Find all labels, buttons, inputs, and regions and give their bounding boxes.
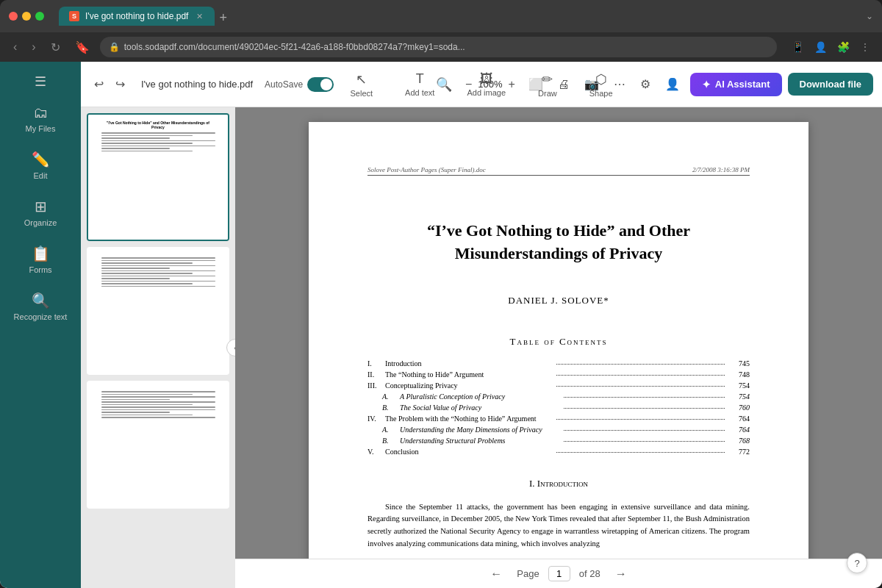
thumb-line [101,146,215,147]
shape-tool[interactable]: ⬡ Shape [582,67,620,102]
thumbnail-page-3[interactable] [87,381,229,509]
cast-button[interactable]: 📱 [789,38,807,56]
back-button[interactable]: ‹ [9,37,21,57]
tab-close-button[interactable]: ✕ [194,11,204,21]
hamburger-menu-button[interactable]: ☰ [35,74,46,90]
toc-page-num: 754 [728,392,750,401]
thumb-line [101,406,215,408]
autosave-toggle-switch[interactable] [307,77,334,92]
undo-button[interactable]: ↩ [90,74,108,94]
thumb-title-text: "I've Got Nothing to Hide" and Other Mis… [101,121,215,129]
thumb-line [101,132,215,134]
toc-dots [564,408,725,409]
sidebar-item-forms[interactable]: 📋 Forms [0,236,81,283]
tabs-chevron-icon: ⌄ [866,11,873,21]
sidebar-item-organize[interactable]: ⊞ Organize [0,189,81,236]
toc-page-num: 754 [728,381,750,390]
close-traffic-light[interactable] [9,12,18,21]
toc-entry: B. The Social Value of Privacy 760 [368,404,750,412]
profile-button[interactable]: 👤 [811,38,830,56]
toc-num: B. [382,404,400,412]
thumbnail-preview-2 [88,248,228,373]
profile-account-button[interactable]: 👤 [661,73,684,96]
toc-entry-text: A Pluralistic Conception of Privacy [400,392,561,401]
settings-button[interactable]: ⚙ [636,73,655,96]
thumbnail-panel: "I've Got Nothing to Hide" and Other Mis… [81,107,235,588]
browser-action-buttons: 📱 👤 🧩 ⋮ [789,38,873,56]
thumb-line [101,265,215,267]
thumb-line [101,148,170,149]
maximize-traffic-light[interactable] [35,12,44,21]
redo-button[interactable]: ↪ [111,74,129,94]
thumbnail-page-2[interactable] [87,247,229,375]
toc-entry-text: The “Nothing to Hide” Argument [385,370,553,379]
thumb-line [101,257,215,259]
toc-entry-text: Introduction [385,359,553,368]
select-tool-label: Select [350,89,373,98]
bookmark-button[interactable]: 🔖 [71,37,94,57]
draw-label: Draw [538,89,557,98]
thumb-line [101,404,193,406]
sidebar-item-label-my-files: My Files [26,124,56,133]
pdf-viewer[interactable]: Solove Post-Author Pages (Super Final).d… [235,107,882,559]
history-buttons: ↩ ↪ [90,74,129,94]
toc-dots [564,430,725,431]
toolbar-tools: ↖ Select T Add text 🖼 Add image ✏ Draw [343,67,620,102]
ai-btn-label: AI Assistant [715,79,770,90]
toc-page-num: 760 [728,404,750,412]
toc-num: V. [368,448,385,456]
ai-assistant-button[interactable]: ✦ AI Assistant [690,73,782,96]
toc-num: B. [382,437,400,445]
thumbnail-page-1[interactable]: "I've Got Nothing to Hide" and Other Mis… [87,113,229,241]
minimize-traffic-light[interactable] [22,12,31,21]
sidebar-item-recognize-text[interactable]: 🔍 Recognize text [0,283,81,330]
add-image-icon: 🖼 [480,71,493,87]
thumb-line [101,412,170,413]
thumb-line [101,278,170,279]
sidebar-item-label-organize: Organize [24,218,57,227]
draw-tool[interactable]: ✏ Draw [531,67,564,102]
sidebar-item-edit[interactable]: ✏️ Edit [0,142,81,189]
new-tab-button[interactable]: + [215,10,232,26]
select-tool[interactable]: ↖ Select [343,67,380,102]
autosave-toggle[interactable]: AutoSave [265,77,334,92]
app-container: ☰ 🗂 My Files ✏️ Edit ⊞ Organize 📋 Forms … [0,62,882,588]
sidebar-top: ☰ [29,68,52,96]
toc-num: A. [382,392,400,401]
page-label: Page [517,568,539,579]
page-number-input[interactable]: 1 [548,566,570,581]
active-tab[interactable]: S I've got nothing to hide.pdf ✕ [59,7,215,26]
url-text: tools.sodapdf.com/document/490204ec-5f21… [124,42,768,52]
sidebar-item-my-files[interactable]: 🗂 My Files [0,96,81,142]
sidebar-item-label-forms: Forms [29,265,51,274]
add-image-tool[interactable]: 🖼 Add image [459,67,513,101]
shape-label: Shape [589,89,613,98]
thumb-line [101,391,215,392]
toc-num: I. [368,359,385,368]
forward-button[interactable]: › [27,37,40,57]
thumb-line [101,415,193,416]
refresh-button[interactable]: ↻ [46,37,65,57]
autosave-label: AutoSave [265,79,303,90]
select-cursor-icon: ↖ [356,71,367,87]
page-total: of 28 [579,568,600,579]
toc-num: II. [368,370,385,379]
toc-entry: II. The “Nothing to Hide” Argument 748 [368,370,750,379]
recognize-text-icon: 🔍 [32,292,50,309]
next-page-button[interactable]: → [609,564,633,584]
url-bar[interactable]: 🔒 tools.sodapdf.com/document/490204ec-5f… [100,37,777,57]
thumb-line [101,399,170,401]
toc-entry: IV. The Problem with the “Nothing to Hid… [368,415,750,423]
help-button[interactable]: ? [847,553,867,573]
thumb-line [101,417,215,418]
organize-icon: ⊞ [35,198,47,215]
thumb-line [101,260,215,262]
extension-button[interactable]: 🧩 [834,38,853,56]
download-file-button[interactable]: Download file [788,73,874,96]
sidebar-item-label-recognize: Recognize text [14,312,68,321]
add-text-tool[interactable]: T Add text [398,67,442,101]
toc-entry: V. Conclusion 772 [368,448,750,456]
toc-entry: A. Understanding the Many Dimensions of … [368,426,750,434]
previous-page-button[interactable]: ← [484,564,508,584]
menu-button[interactable]: ⋮ [857,38,873,56]
